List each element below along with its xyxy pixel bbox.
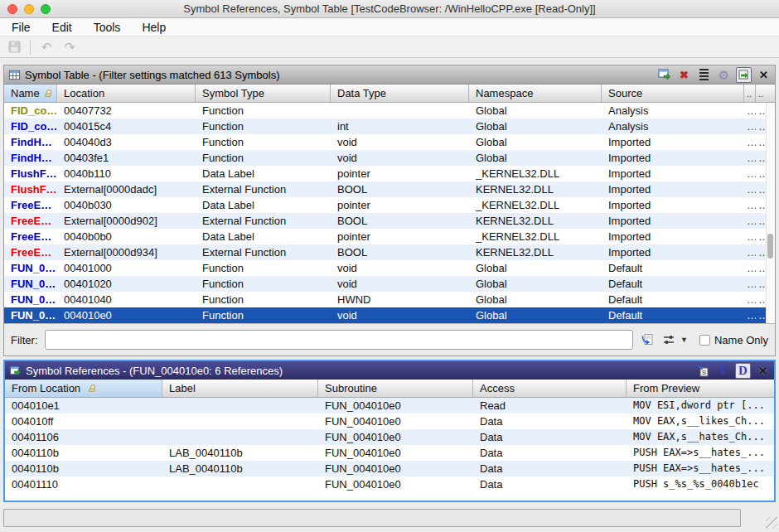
cell-access: Data [473,414,627,429]
cell-truncated-1: … [744,166,756,181]
column-header-name[interactable]: Name [4,85,57,102]
table-row[interactable]: FindH…00403fe1FunctionvoidGlobalImported… [4,150,775,166]
resize-grip-icon[interactable] [766,517,777,529]
filter-input[interactable] [45,330,634,350]
symbol-references-titlebar[interactable]: Symbol References - (FUN_004010e0: 6 Ref… [5,361,774,380]
cell-from-preview: PUSH EAX=>s__hates_... [627,461,774,476]
snapshot-toggle-button[interactable] [736,67,752,83]
column-header-truncated-2[interactable]: .. [756,85,775,102]
save-icon [8,41,21,53]
edit-symbol-button[interactable] [656,67,672,83]
cell-truncated-1: … [744,150,756,166]
undo-icon: ↶ [41,41,52,53]
scrollbar-thumb[interactable] [767,234,773,259]
cell-source: Imported [602,197,744,213]
column-header-namespace[interactable]: Namespace [469,85,602,102]
cell-access: Data [473,429,627,445]
data-refs-button[interactable]: D [735,363,751,379]
table-row[interactable]: 0040110bLAB_0040110bFUN_004010e0DataPUSH… [5,445,774,461]
table-row[interactable]: FlushF…0040b110Data Labelpointer_KERNEL3… [4,166,775,181]
clear-filter-icon [641,333,654,346]
table-row[interactable]: 004010ffFUN_004010e0DataMOV EAX,s__likes… [5,414,774,429]
cell-from-location: 004010e1 [5,398,162,414]
cell-symbol-type: Function [196,118,331,134]
clear-filter-button[interactable] [640,332,655,347]
instruction-refs-button[interactable]: I [715,363,731,379]
cell-from-preview: PUSH s_%s_%s_0040b1ec [627,476,774,492]
table-row[interactable]: FID_co…00407732FunctionGlobalAnalysis…… [4,103,775,118]
column-label: From Location [12,382,80,394]
sort-icon [43,89,52,98]
undo-button[interactable]: ↶ [37,39,56,56]
column-header-access[interactable]: Access [473,380,627,397]
table-references-icon [9,365,22,377]
column-header-subroutine[interactable]: Subroutine [318,380,473,397]
table-row[interactable]: 00401106FUN_004010e0DataMOV EAX,s__hates… [5,429,774,445]
column-header-location[interactable]: Location [57,85,196,102]
table-row[interactable]: FreeE…External[0000d902]External Functio… [4,213,775,229]
cell-namespace: Global [469,307,602,323]
cell-truncated-1: … [744,292,756,307]
cell-location: 00403fe1 [57,150,196,166]
cell-data-type: BOOL [331,244,469,260]
cell-location: External[0000d902] [57,213,196,229]
status-bar [3,509,741,527]
table-row[interactable]: FID_co…004015c4FunctionintGlobalAnalysis… [4,118,775,134]
settings-button[interactable]: ⚙ [716,67,732,83]
column-header-from-preview[interactable]: From Preview [627,380,774,397]
cell-name: FID_co… [4,103,57,118]
goto-symbol-button[interactable]: S [695,363,711,379]
column-header-symbol-type[interactable]: Symbol Type [196,85,331,102]
cell-from-preview: MOV ESI,dword ptr [... [627,398,774,414]
table-row[interactable]: FUN_0…004010e0FunctionvoidGlobalDefault…… [4,307,775,323]
name-only-option[interactable]: Name Only [699,334,768,346]
table-options-button[interactable] [696,67,712,83]
table-row[interactable]: 004010e1FUN_004010e0ReadMOV ESI,dword pt… [5,398,774,414]
name-only-checkbox[interactable] [699,335,710,346]
column-header-truncated-1[interactable]: .. [744,85,756,102]
table-row[interactable]: FreeE…0040b0b0Data Labelpointer_KERNEL32… [4,229,775,244]
menu-help[interactable]: Help [142,21,166,34]
menu-edit[interactable]: Edit [52,21,72,34]
symbol-references-title: Symbol References - (FUN_004010e0: 6 Ref… [26,365,283,377]
delete-symbol-button[interactable]: ✖ [676,67,692,83]
save-button[interactable] [5,39,23,56]
cell-source: Default [602,292,744,307]
table-row[interactable]: FindH…004040d3FunctionvoidGlobalImported… [4,134,775,150]
cell-source: Imported [602,213,744,229]
vertical-scrollbar[interactable] [766,103,775,323]
close-panel-button[interactable]: ✕ [756,67,772,83]
cell-access: Read [473,398,627,414]
symbol-table-titlebar[interactable]: Symbol Table - (Filter settings matched … [4,65,775,85]
dropdown-arrow-icon[interactable]: ▼ [680,336,688,344]
cell-label [162,476,318,492]
column-header-source[interactable]: Source [602,85,744,102]
cell-source: Default [602,307,744,323]
close-references-button[interactable]: ✕ [755,363,771,379]
cell-data-type: void [331,134,469,150]
cell-truncated-1: … [744,213,756,229]
table-row[interactable]: FUN_0…00401040FunctionHWNDGlobalDefault…… [4,292,775,307]
cell-source: Imported [602,134,744,150]
table-row[interactable]: FreeE…0040b030Data Labelpointer_KERNEL32… [4,197,775,213]
cell-subroutine: FUN_004010e0 [318,398,473,414]
column-header-label[interactable]: Label [162,380,318,397]
symbol-goto-icon: S [696,364,710,378]
menu-file[interactable]: File [12,21,31,34]
cell-name: FID_co… [4,118,57,134]
column-header-from-location[interactable]: From Location [5,380,162,397]
column-header-data-type[interactable]: Data Type [331,85,469,102]
cell-from-location: 00401110 [5,476,162,492]
filter-options-button[interactable] [661,332,676,347]
table-row[interactable]: FlushF…External[0000dadc]External Functi… [4,181,775,197]
status-row [0,507,779,532]
table-row[interactable]: 00401110FUN_004010e0DataPUSH s_%s_%s_004… [5,476,774,492]
table-row[interactable]: FUN_0…00401000FunctionvoidGlobalDefault…… [4,260,775,276]
table-row[interactable]: FreeE…External[0000d934]External Functio… [4,244,775,260]
menu-tools[interactable]: Tools [94,21,121,34]
table-row[interactable]: 0040110bLAB_0040110bFUN_004010e0DataPUSH… [5,461,774,476]
column-label: Access [480,382,515,394]
table-row[interactable]: FUN_0…00401020FunctionvoidGlobalDefault…… [4,276,775,292]
redo-button[interactable]: ↷ [60,39,79,56]
cell-symbol-type: External Function [196,213,331,229]
